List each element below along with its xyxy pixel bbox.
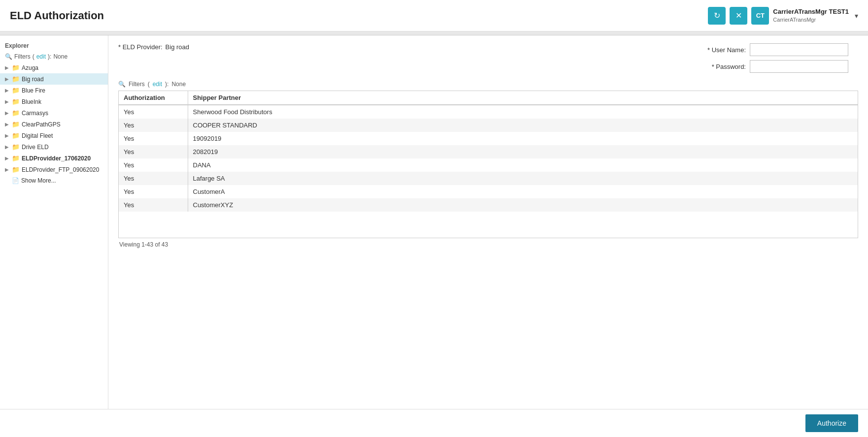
sidebar-item-label-bigroad: Big road [22,76,44,83]
expand-icon-driveeld: ▶ [5,144,9,150]
sidebar: Explorer 🔍 Filters (edit): None ▶ 📁 Azug… [0,35,108,409]
header: ELD Authorization ↻ ✕ CT CarrierATransMg… [0,0,868,31]
username-row: * User Name: [701,43,848,56]
cell-authorization: Yes [119,185,188,198]
cell-shipper-partner: 19092019 [188,132,858,145]
sidebar-item-digitalfleet[interactable]: ▶ 📁 Digital Fleet [0,130,108,141]
cell-authorization: Yes [119,158,188,172]
sidebar-item-carmasys[interactable]: ▶ 📁 Carmasys [0,107,108,119]
expand-icon-carmasys: ▶ [5,110,9,116]
folder-icon-driveeld: 📁 [12,143,20,151]
password-row: * Password: [701,60,848,73]
sidebar-search-icon: 🔍 [5,53,12,60]
close-button[interactable]: ✕ [730,7,747,25]
header-controls: ↻ ✕ CT CarrierATransMgr TEST1 CarrierATr… [708,7,858,25]
user-badge: CT [751,7,769,25]
table-search-icon: 🔍 [118,81,126,88]
sidebar-filter-label: Filters [14,53,31,60]
cell-authorization: Yes [119,105,188,119]
sidebar-filter-paren-open: ( [33,53,34,60]
table-section: 🔍 Filters (edit): None Authorization Shi… [118,81,858,401]
expand-icon-clearpathgps: ▶ [5,122,9,127]
content-area: * ELD Provider: Big road * User Name: * … [108,35,868,409]
viewing-text: Viewing 1-43 of 43 [118,241,858,248]
sidebar-item-azuga[interactable]: ▶ 📁 Azuga [0,62,108,73]
username-label: * User Name: [701,46,746,54]
sidebar-filter-row: 🔍 Filters (edit): None [0,51,108,62]
expand-icon-eldprovidder: ▶ [5,156,9,161]
folder-icon-bigroad: 📁 [12,75,20,83]
folder-icon-azuga: 📁 [12,64,20,71]
eld-provider-value: Big road [166,43,189,51]
sidebar-item-bigroad[interactable]: ▶ 📁 Big road [0,73,108,85]
table-row: YesCustomerXYZ [119,198,858,212]
cell-shipper-partner: Lafarge SA [188,172,858,185]
password-label: * Password: [701,63,746,70]
user-dropdown-icon[interactable]: ▾ [855,12,858,20]
doc-icon-showmore: 📄 [12,177,19,184]
table-body: YesSherwood Food DistributorsYesCOOPER S… [119,105,858,212]
folder-icon-carmasys: 📁 [12,109,20,117]
folder-icon-bluefire: 📁 [12,87,20,94]
cell-authorization: Yes [119,172,188,185]
folder-icon-eldprovider-ftp: 📁 [12,166,20,173]
cell-shipper-partner: COOPER STANDARD [188,119,858,132]
main-layout: Explorer 🔍 Filters (edit): None ▶ 📁 Azug… [0,35,868,409]
table-row: YesCustomerA [119,185,858,198]
sidebar-item-label-clearpathgps: ClearPathGPS [22,121,61,128]
table-filter-edit-link[interactable]: edit [153,81,162,88]
page-title: ELD Authorization [10,9,104,22]
sidebar-item-clearpathgps[interactable]: ▶ 📁 ClearPathGPS [0,119,108,130]
sidebar-filter-edit-link[interactable]: edit [36,53,46,60]
sidebar-item-eldprovider-ftp[interactable]: ▶ 📁 ELDProvider_FTP_09062020 [0,164,108,175]
cell-shipper-partner: CustomerXYZ [188,198,858,212]
refresh-button[interactable]: ↻ [708,7,726,25]
sidebar-item-label-carmasys: Carmasys [22,110,48,117]
sidebar-item-label-showmore: Show More... [21,177,56,184]
sidebar-item-label-azuga: Azuga [22,64,38,71]
user-info: CarrierATransMgr TEST1 CarrierATransMgr [773,8,849,23]
sidebar-item-label-eldprovidder: ELDProvidder_17062020 [22,155,91,162]
user-name: CarrierATransMgr TEST1 [773,8,849,16]
footer: Authorize [0,409,868,437]
sidebar-item-eldprovidder[interactable]: ▶ 📁 ELDProvidder_17062020 [0,153,108,164]
cell-shipper-partner: 2082019 [188,145,858,158]
table-filter-row: 🔍 Filters (edit): None [118,81,858,88]
sidebar-item-label-eldprovider-ftp: ELDProvider_FTP_09062020 [22,166,99,173]
expand-icon-blueink: ▶ [5,99,9,104]
cell-authorization: Yes [119,145,188,158]
authorize-button[interactable]: Authorize [805,414,858,432]
sub-bar [0,31,868,35]
cell-authorization: Yes [119,132,188,145]
sidebar-item-bluefire[interactable]: ▶ 📁 Blue Fire [0,85,108,96]
table-header-row: Authorization Shipper Partner [119,91,858,105]
table-row: YesDANA [119,158,858,172]
table-row: YesCOOPER STANDARD [119,119,858,132]
sidebar-filter-paren-close: ): [48,53,51,60]
sidebar-item-label-bluefire: Blue Fire [22,87,45,94]
password-input[interactable] [750,60,848,73]
col-authorization: Authorization [119,91,188,105]
cell-authorization: Yes [119,119,188,132]
sidebar-item-label-digitalfleet: Digital Fleet [22,132,53,139]
sidebar-item-showmore[interactable]: ▶ 📄 Show More... [0,175,108,186]
expand-icon-bigroad: ▶ [5,76,9,82]
username-input[interactable] [750,43,848,56]
table-row: YesLafarge SA [119,172,858,185]
sidebar-item-blueink[interactable]: ▶ 📁 BlueInk [0,96,108,107]
table-filter-value: None [171,81,186,88]
expand-icon-bluefire: ▶ [5,88,9,93]
sidebar-item-label-driveeld: Drive ELD [22,144,49,151]
table-row: Yes2082019 [119,145,858,158]
sidebar-filter-value: None [53,53,67,60]
table-filter-label: Filters [129,81,145,88]
user-role: CarrierATransMgr [773,16,849,23]
folder-icon-eldprovidder: 📁 [12,155,20,162]
close-icon: ✕ [735,11,742,20]
cell-authorization: Yes [119,198,188,212]
sidebar-item-driveeld[interactable]: ▶ 📁 Drive ELD [0,141,108,153]
expand-icon-eldprovider-ftp: ▶ [5,167,9,172]
folder-icon-blueink: 📁 [12,98,20,105]
table-row: Yes19092019 [119,132,858,145]
expand-icon-digitalfleet: ▶ [5,133,9,138]
